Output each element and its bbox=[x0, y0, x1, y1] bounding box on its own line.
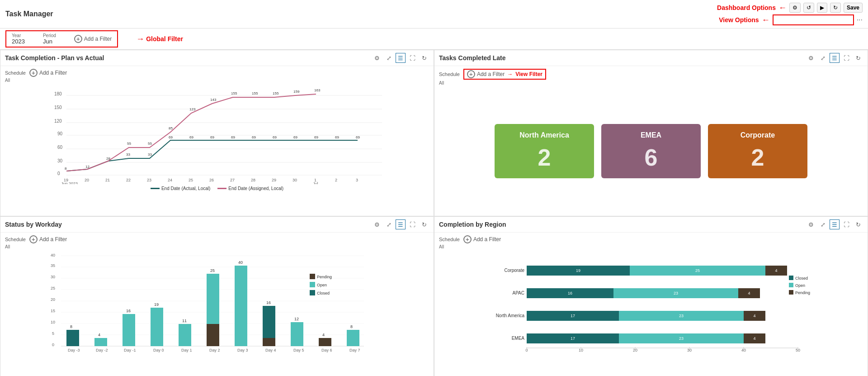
tcl-schedule-label: Schedule bbox=[439, 71, 460, 77]
tc-schedule-label: Schedule bbox=[5, 70, 26, 76]
sw-add-filter-icon: + bbox=[29, 235, 38, 243]
year-filter: Year 2023 bbox=[12, 33, 25, 45]
global-filter-annotation: → Global Filter bbox=[136, 34, 183, 44]
svg-text:19: 19 bbox=[154, 302, 159, 307]
global-add-filter-label: Add a Filter bbox=[84, 36, 112, 42]
svg-text:69: 69 bbox=[314, 135, 318, 139]
global-filter-arrow: → bbox=[136, 34, 144, 44]
svg-text:30: 30 bbox=[51, 275, 55, 279]
task-completion-toolbar: ⚙ ⤢ ☰ ⛶ ↻ bbox=[372, 53, 429, 63]
tcl-expand-icon[interactable]: ⛶ bbox=[841, 53, 851, 63]
tcl-settings-icon[interactable]: ⚙ bbox=[806, 53, 816, 63]
tc-list-icon[interactable]: ☰ bbox=[396, 53, 406, 63]
region-card-emea[interactable]: EMEA 6 bbox=[601, 124, 701, 178]
tc-expand-icon[interactable]: ⛶ bbox=[407, 53, 417, 63]
view-filter-text: View Filter bbox=[515, 71, 542, 77]
svg-text:15: 15 bbox=[51, 309, 55, 313]
task-completion-title: Task Completion - Plan vs Actual bbox=[5, 54, 104, 62]
sw-settings-icon[interactable]: ⚙ bbox=[372, 219, 382, 229]
svg-text:Pending: Pending bbox=[317, 275, 332, 279]
svg-text:3: 3 bbox=[356, 178, 358, 182]
tcl-move-icon[interactable]: ⤢ bbox=[818, 53, 828, 63]
cr-move-icon[interactable]: ⤢ bbox=[818, 219, 828, 229]
tcl-refresh-icon[interactable]: ↻ bbox=[853, 53, 863, 63]
svg-text:25: 25 bbox=[210, 268, 215, 273]
svg-text:30: 30 bbox=[292, 178, 297, 182]
svg-text:Closed: Closed bbox=[795, 276, 808, 281]
sw-chart-wrapper: 0 5 10 15 20 25 30 35 40 bbox=[5, 251, 429, 376]
legend-assigned: End Date (Assigned, Local) bbox=[217, 186, 283, 191]
refresh-btn[interactable]: ↻ bbox=[830, 3, 841, 13]
view-options-label: View Options bbox=[719, 16, 759, 24]
cr-expand-icon[interactable]: ⛶ bbox=[841, 219, 851, 229]
na-card-title: North America bbox=[519, 131, 569, 139]
svg-text:0: 0 bbox=[52, 343, 54, 347]
svg-text:8: 8 bbox=[350, 324, 353, 329]
completion-region-panel: Completion by Region ⚙ ⤢ ☰ ⛶ ↻ Schedule … bbox=[434, 216, 868, 376]
svg-text:8: 8 bbox=[65, 167, 67, 171]
global-add-filter-btn[interactable]: + Add a Filter bbox=[74, 33, 112, 45]
sw-move-icon[interactable]: ⤢ bbox=[384, 219, 394, 229]
svg-text:EMEA: EMEA bbox=[512, 336, 525, 341]
svg-text:69: 69 bbox=[252, 135, 256, 139]
task-completion-panel: Task Completion - Plan vs Actual ⚙ ⤢ ☰ ⛶… bbox=[0, 50, 434, 216]
task-completion-header: Task Completion - Plan vs Actual ⚙ ⤢ ☰ ⛶… bbox=[0, 50, 434, 66]
undo-btn[interactable]: ↺ bbox=[803, 3, 814, 13]
tcl-toolbar: ⚙ ⤢ ☰ ⛶ ↻ bbox=[806, 53, 863, 63]
cr-refresh-icon[interactable]: ↻ bbox=[853, 219, 863, 229]
tcl-content: Schedule + Add a Filter → View Filter Al… bbox=[434, 66, 868, 216]
svg-text:25: 25 bbox=[695, 268, 700, 273]
app-title: Task Manager bbox=[5, 10, 53, 18]
app-header: Task Manager Dashboard Options ← ⚙ ↺ ▶ ↻… bbox=[0, 0, 868, 29]
svg-text:4: 4 bbox=[753, 314, 755, 318]
sw-list-icon[interactable]: ☰ bbox=[396, 219, 406, 229]
play-btn[interactable]: ▶ bbox=[817, 3, 827, 13]
svg-text:Closed: Closed bbox=[317, 291, 330, 295]
dashboard-options-label: Dashboard Options bbox=[717, 4, 776, 11]
settings-btn[interactable]: ⚙ bbox=[789, 3, 801, 13]
cr-chart-wrapper: Corporate 19 25 4 APAC 16 23 4 bbox=[439, 253, 863, 376]
svg-text:69: 69 bbox=[189, 135, 193, 139]
svg-text:90: 90 bbox=[57, 131, 63, 136]
tcl-view-filter-box: + Add a Filter → View Filter bbox=[463, 69, 546, 80]
svg-text:69: 69 bbox=[293, 135, 297, 139]
tcl-add-filter-btn[interactable]: + Add a Filter bbox=[467, 70, 505, 78]
svg-text:4: 4 bbox=[748, 291, 750, 295]
cr-add-filter-btn[interactable]: + Add a Filter bbox=[463, 235, 501, 243]
svg-text:24: 24 bbox=[168, 178, 172, 182]
sw-refresh-icon[interactable]: ↻ bbox=[419, 219, 429, 229]
tc-move-icon[interactable]: ⤢ bbox=[384, 53, 394, 63]
svg-rect-74 bbox=[66, 330, 79, 346]
tcl-title: Tasks Completed Late bbox=[439, 54, 506, 62]
svg-text:Open: Open bbox=[317, 283, 327, 287]
svg-rect-108 bbox=[347, 330, 359, 346]
sw-filter-row: Schedule + Add a Filter bbox=[5, 235, 429, 243]
region-card-north-america[interactable]: North America 2 bbox=[495, 124, 594, 178]
sw-add-filter-btn[interactable]: + Add a Filter bbox=[29, 235, 67, 243]
tc-settings-icon[interactable]: ⚙ bbox=[372, 53, 382, 63]
global-filter-text: Global Filter bbox=[146, 35, 183, 43]
view-options-dots[interactable]: ··· bbox=[857, 16, 863, 24]
tcl-list-icon[interactable]: ☰ bbox=[830, 53, 840, 63]
svg-text:16: 16 bbox=[126, 309, 131, 313]
cr-settings-icon[interactable]: ⚙ bbox=[806, 219, 816, 229]
svg-text:123: 123 bbox=[189, 107, 196, 111]
save-btn[interactable]: Save bbox=[844, 3, 863, 13]
cr-add-filter-label: Add a Filter bbox=[473, 236, 501, 243]
svg-text:23: 23 bbox=[679, 336, 684, 341]
svg-text:Jul: Jul bbox=[313, 181, 318, 184]
cr-list-icon[interactable]: ☰ bbox=[830, 219, 840, 229]
svg-text:20: 20 bbox=[85, 178, 89, 182]
sw-expand-icon[interactable]: ⛶ bbox=[407, 219, 417, 229]
tc-add-filter-btn[interactable]: + Add a Filter bbox=[29, 69, 67, 77]
svg-text:Jun 2023: Jun 2023 bbox=[61, 181, 78, 184]
dashboard-grid: Task Completion - Plan vs Actual ⚙ ⤢ ☰ ⛶… bbox=[0, 50, 868, 376]
svg-text:28: 28 bbox=[106, 157, 110, 161]
svg-rect-86 bbox=[179, 324, 191, 346]
header-right: Dashboard Options ← ⚙ ↺ ▶ ↻ Save View Op… bbox=[717, 3, 863, 25]
region-card-corporate[interactable]: Corporate 2 bbox=[708, 124, 807, 178]
svg-text:12: 12 bbox=[85, 165, 90, 169]
cr-filter-row: Schedule + Add a Filter bbox=[439, 235, 863, 243]
svg-text:21: 21 bbox=[105, 178, 110, 182]
tc-refresh-icon[interactable]: ↻ bbox=[419, 53, 429, 63]
